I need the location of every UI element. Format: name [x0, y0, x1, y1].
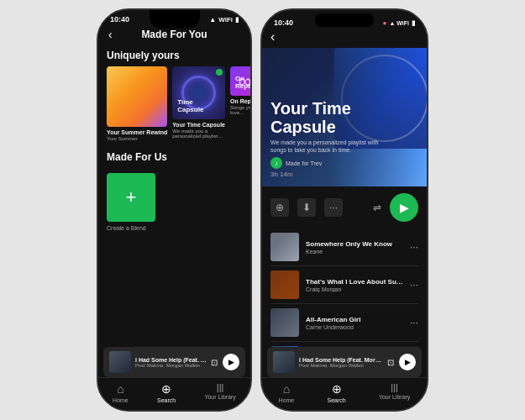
duration-text: 3h 14m — [270, 171, 380, 178]
battery-icon: ▮ — [235, 16, 239, 24]
table-row[interactable]: Somewhere Only We Know Keane ··· — [270, 228, 418, 266]
play-button-2[interactable]: ▶ — [390, 193, 418, 222]
screen-2: 10:40 ● ▲ WiFi ▮ ‹ Your TimeCapsule We m… — [262, 10, 427, 410]
table-row[interactable]: That's What I Love About Sunday Craig Mo… — [270, 266, 418, 304]
now-playing-bar[interactable]: I Had Some Help (Feat. Morgan Wallen) Po… — [103, 347, 245, 377]
nav-item-library-2[interactable]: ||| Your Library — [379, 382, 411, 403]
track-thumbnail — [270, 233, 299, 261]
track-more-icon[interactable]: ··· — [410, 317, 418, 328]
phone-2: 10:40 ● ▲ WiFi ▮ ‹ Your TimeCapsule We m… — [260, 8, 428, 412]
library-icon-2: ||| — [391, 382, 398, 392]
bottom-nav: ⌂ Home ⊕ Search ||| Your Library — [98, 377, 250, 410]
nav-label-search-2: Search — [327, 397, 345, 403]
nav-label-search: Search — [157, 397, 176, 403]
status-time: 10:40 — [110, 15, 129, 24]
nav-item-search-2[interactable]: ⊕ Search — [327, 382, 345, 403]
notch — [150, 10, 200, 29]
status-time-2: 10:40 — [274, 18, 293, 27]
track-thumbnail — [270, 270, 299, 299]
summer-rewind-cover — [107, 66, 167, 127]
download-button[interactable]: ⬇ — [297, 198, 316, 217]
time-capsule-cover: TimeCapsule — [172, 66, 225, 119]
now-playing-info-2: I Had Some Help (Feat. Morgan Walle... P… — [299, 357, 383, 368]
blend-label: Create a Blend — [107, 225, 242, 231]
table-row[interactable]: All-American Girl Carrie Underwood ··· — [270, 304, 418, 342]
hero-content: Your TimeCapsule We made you a personali… — [270, 99, 380, 178]
track-info: All-American Girl Carrie Underwood — [306, 316, 403, 330]
track-name: Somewhere Only We Know — [306, 240, 403, 248]
nav-item-home-2[interactable]: ⌂ Home — [279, 382, 295, 403]
back-button-2[interactable]: ‹ — [270, 29, 275, 45]
track-artist: Carrie Underwood — [306, 324, 403, 330]
list-item[interactable]: OnRepeat On Repeat Songs you love... — [230, 66, 250, 141]
shuffle-icon[interactable]: ⇌ — [373, 202, 381, 213]
track-name: All-American Girl — [306, 316, 403, 323]
nav-header-2: ‹ — [262, 29, 427, 48]
back-button[interactable]: ‹ — [108, 28, 113, 41]
bottom-nav-2: ⌂ Home ⊕ Search ||| Your Library — [262, 377, 427, 410]
plus-icon: + — [126, 188, 137, 207]
signal-icon-2: ● — [383, 19, 387, 27]
list-item[interactable]: TimeCapsule Your Time Capsule We made yo… — [172, 66, 225, 141]
now-playing-thumb-2 — [273, 351, 295, 373]
add-icon: ⊕ — [276, 202, 284, 213]
track-list: Somewhere Only We Know Keane ··· That's … — [262, 228, 427, 347]
spotify-icon: ♪ — [270, 157, 282, 169]
screen-1: 10:40 ▲ WiFi ▮ ‹ Made For You Uniquely y… — [98, 10, 250, 410]
phone-1: 10:40 ▲ WiFi ▮ ‹ Made For You Uniquely y… — [97, 8, 252, 412]
list-item[interactable]: Your Summer Rewind Your Summer — [107, 66, 167, 141]
now-playing-thumb — [109, 351, 131, 373]
page-title: Made For You — [141, 29, 207, 40]
playback-controls: ⊡ ▶ — [211, 354, 239, 370]
playlist-controls: ⊕ ⬇ ··· ⇌ ▶ — [262, 186, 427, 228]
status-icons-2: ● ▲ WiFi ▮ — [383, 19, 415, 27]
nav-label-library-2: Your Library — [379, 394, 411, 400]
playlist-sublabel: We made you a personalized playlist with… — [172, 129, 225, 139]
more-options-button[interactable]: ··· — [324, 198, 343, 217]
nav-item-search[interactable]: ⊕ Search — [157, 382, 176, 403]
home-icon: ⌂ — [117, 382, 123, 396]
library-icon: ||| — [217, 382, 224, 392]
wifi-icon-2: ▲ WiFi — [389, 20, 409, 26]
hero-made-for: ♪ Made for Trev — [270, 157, 380, 169]
now-playing-bar-2[interactable]: I Had Some Help (Feat. Morgan Walle... P… — [267, 347, 422, 377]
nav-item-library[interactable]: ||| Your Library — [204, 382, 236, 403]
now-playing-title-2: I Had Some Help (Feat. Morgan Walle... — [299, 357, 383, 363]
track-info: That's What I Love About Sunday Craig Mo… — [306, 278, 403, 292]
track-artist: Keane — [306, 249, 403, 255]
now-playing-artist-2: Post Malone, Morgan Wallen — [299, 363, 383, 368]
dynamic-island — [315, 13, 374, 27]
devices-icon[interactable]: ⊡ — [211, 358, 218, 367]
devices-icon-2[interactable]: ⊡ — [387, 358, 394, 367]
hero-subtitle: We made you a personalized playlist with… — [270, 139, 380, 154]
made-for-us-section: + Create a Blend — [98, 168, 250, 236]
play-button-3[interactable]: ▶ — [399, 354, 416, 370]
now-playing-artist: Post Malone, Morgan Wallen — [135, 363, 207, 368]
on-repeat-cover: OnRepeat — [230, 66, 250, 96]
add-to-library-button[interactable]: ⊕ — [270, 198, 289, 217]
playlist-sublabel: Songs you love... — [230, 105, 250, 115]
search-icon: ⊕ — [161, 382, 171, 396]
playlist-sublabel: Your Summer — [107, 136, 167, 141]
nav-item-home[interactable]: ⌂ Home — [113, 382, 129, 403]
nav-label-home-2: Home — [279, 397, 295, 403]
nav-label-library: Your Library — [204, 394, 236, 400]
search-icon-2: ⊕ — [332, 382, 342, 396]
track-name: That's What I Love About Sunday — [306, 278, 403, 286]
track-artist: Craig Morgan — [306, 286, 403, 292]
play-button[interactable]: ▶ — [223, 354, 239, 370]
now-playing-info: I Had Some Help (Feat. Morgan Wallen) Po… — [135, 357, 207, 368]
section-uniquely-yours: Uniquely yours — [98, 45, 250, 66]
playlist-grid: Your Summer Rewind Your Summer TimeCapsu… — [98, 66, 250, 141]
signal-icon: ▲ — [209, 16, 216, 24]
now-playing-title: I Had Some Help (Feat. Morgan Wallen) — [135, 357, 207, 363]
playlist-label: Your Summer Rewind — [107, 129, 167, 135]
track-more-icon[interactable]: ··· — [410, 241, 418, 253]
track-more-icon[interactable]: ··· — [410, 279, 418, 291]
download-icon: ⬇ — [302, 202, 311, 213]
hero-section: Your TimeCapsule We made you a personali… — [262, 48, 427, 186]
battery-icon-2: ▮ — [412, 19, 415, 27]
status-icons: ▲ WiFi ▮ — [209, 16, 239, 24]
playback-controls-2: ⊡ ▶ — [387, 354, 416, 370]
create-blend-button[interactable]: + — [107, 173, 155, 222]
